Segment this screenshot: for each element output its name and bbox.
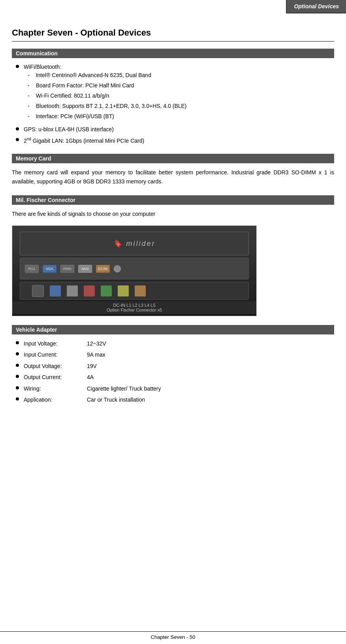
va-value-output-current: 4A <box>87 373 94 381</box>
communication-section: Communication WiFi/Bluetooth: - Intel® C… <box>12 49 334 145</box>
list-item: Output Current: 4A <box>16 373 334 381</box>
bullet-icon <box>16 341 19 344</box>
bullet-icon <box>16 65 19 68</box>
list-item: - Interface: PCIe (WiFi)/USB (BT) <box>28 112 187 121</box>
list-item: - Intel® Centrino® Advanced-N 6235, Dual… <box>28 71 187 79</box>
dash-icon: - <box>28 102 30 110</box>
memory-card-body: The memory card will expand your memory … <box>12 168 334 187</box>
list-item: - Bluetooth: Supports BT 2.1, 2.1+EDR, 3… <box>28 102 187 110</box>
dash-icon: - <box>28 112 30 121</box>
list-item: - Board Form Factor: PCIe Half Mini Card <box>28 81 187 90</box>
va-value-application: Car or Truck installation <box>87 395 145 404</box>
bullet-icon <box>16 352 19 355</box>
va-label-input-current: Input Current: <box>24 350 87 359</box>
list-item: WiFi/Bluetooth: - Intel® Centrino® Advan… <box>16 63 334 123</box>
list-item: GPS: u-blox LEA-6H (USB interface) <box>16 125 334 134</box>
gps-label: GPS: u-blox LEA-6H (USB interface) <box>24 125 114 134</box>
list-item: Wiring: Cigarette lighter/ Truck battery <box>16 384 334 393</box>
device-image-caption: DC-IN L1 L2 L3 L4 L5 Option Fischer Conn… <box>12 301 256 314</box>
page-footer: Chapter Seven - 50 <box>0 631 346 640</box>
bullet-icon <box>16 397 19 400</box>
vehicle-adapter-list: Input Voltage: 12~32V Input Current: 9A … <box>12 339 334 404</box>
header-tab: Optional Devices <box>286 0 346 13</box>
chapter-title: Chapter Seven - Optional Devices <box>12 28 334 42</box>
bullet-icon <box>16 386 19 389</box>
dash-icon: - <box>28 92 30 100</box>
va-value-input-voltage: 12~32V <box>87 339 106 348</box>
va-value-output-voltage: 19V <box>87 362 97 370</box>
bullet-icon <box>16 364 19 367</box>
va-value-input-current: 9A max <box>87 350 105 359</box>
wifi-bluetooth-label: WiFi/Bluetooth: <box>24 64 61 70</box>
bullet-icon <box>16 127 19 130</box>
list-item: Application: Car or Truck installation <box>16 395 334 404</box>
list-item: 2nd Gigabit LAN: 1Gbps (internal Mini PC… <box>16 136 334 145</box>
va-label-wiring: Wiring: <box>24 384 87 393</box>
communication-bullet-list: WiFi/Bluetooth: - Intel® Centrino® Advan… <box>12 63 334 145</box>
va-label-output-current: Output Current: <box>24 373 87 381</box>
list-item: Input Voltage: 12~32V <box>16 339 334 348</box>
memory-card-header: Memory Card <box>12 154 334 163</box>
device-image: 🔖 milider RS1 VGA PWD NV3 DC/W <box>12 225 257 316</box>
vehicle-adapter-section: Vehicle Adapter Input Voltage: 12~32V In… <box>12 325 334 404</box>
wifi-sub-list: - Intel® Centrino® Advanced-N 6235, Dual… <box>24 71 187 121</box>
list-item: - Wi-Fi Certified: 802.11 a/b/g/n <box>28 92 187 100</box>
sub-item-text: Wi-Fi Certified: 802.11 a/b/g/n <box>36 92 109 100</box>
va-label-output-voltage: Output Voltage: <box>24 362 87 370</box>
gigabit-label: 2nd Gigabit LAN: 1Gbps (internal Mini PC… <box>24 136 144 145</box>
footer-text: Chapter Seven - 50 <box>151 634 196 640</box>
va-label-input-voltage: Input Voltage: <box>24 339 87 348</box>
list-item: Input Current: 9A max <box>16 350 334 359</box>
vehicle-adapter-header: Vehicle Adapter <box>12 325 334 334</box>
sub-item-text: Bluetooth: Supports BT 2.1, 2.1+EDR, 3.0… <box>36 102 187 110</box>
sub-item-text: Board Form Factor: PCIe Half Mini Card <box>36 81 134 90</box>
mil-fischer-header: Mil. Fischer Connector <box>12 195 334 205</box>
bullet-icon <box>16 375 19 378</box>
bullet-icon <box>16 138 19 141</box>
mil-fischer-intro: There are five kinds of signals to choos… <box>12 210 334 219</box>
va-value-wiring: Cigarette lighter/ Truck battery <box>87 384 161 393</box>
dash-icon: - <box>28 71 30 79</box>
sub-item-text: Intel® Centrino® Advanced-N 6235, Dual B… <box>36 71 151 79</box>
mil-fischer-section: Mil. Fischer Connector There are five ki… <box>12 195 334 316</box>
dash-icon: - <box>28 81 30 90</box>
memory-card-section: Memory Card The memory card will expand … <box>12 154 334 187</box>
communication-header: Communication <box>12 49 334 58</box>
sub-item-text: Interface: PCIe (WiFi)/USB (BT) <box>36 112 114 121</box>
va-label-application: Application: <box>24 395 87 404</box>
list-item: Output Voltage: 19V <box>16 362 334 370</box>
